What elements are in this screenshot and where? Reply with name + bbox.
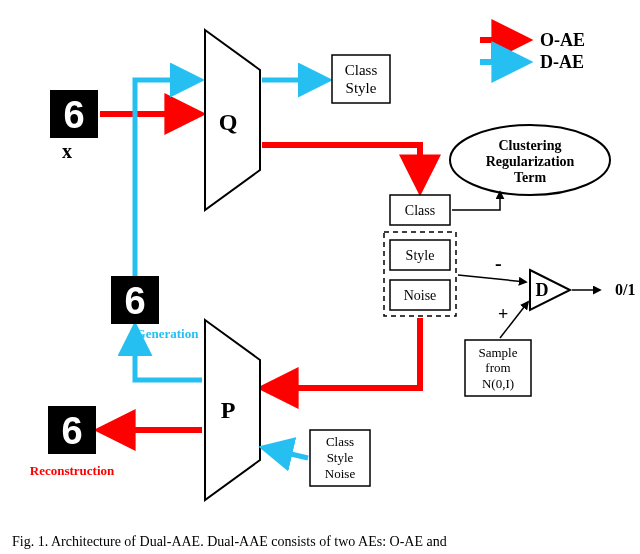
arrow-Q-to-latent: [262, 145, 420, 188]
arrow-latent-to-P: [265, 318, 420, 388]
sample-box: Sample from N(0,I): [465, 340, 531, 396]
P-label: P: [221, 397, 236, 423]
neg-sign: -: [495, 252, 502, 274]
encoder-Q: Q: [205, 30, 260, 210]
generation-image: 6: [111, 276, 159, 324]
p-in-l2: Style: [327, 450, 354, 465]
sample-l2: from: [485, 360, 510, 375]
latent-class: Class: [405, 203, 435, 218]
latent-stack: Class Style Noise: [384, 195, 456, 316]
q-out-top-line2: Style: [346, 80, 377, 96]
svg-text:6: 6: [63, 94, 84, 136]
sample-l3: N(0,I): [482, 376, 514, 391]
svg-text:6: 6: [124, 280, 145, 322]
p-in-l1: Class: [326, 434, 354, 449]
legend-oae-label: O-AE: [540, 30, 585, 50]
pos-sign: +: [498, 304, 508, 324]
Q-label: Q: [219, 109, 238, 135]
D-label: D: [536, 280, 549, 300]
cluster-term-oval: Clustering Regularization Term: [450, 125, 610, 195]
D-output: 0/1: [615, 281, 635, 298]
latent-style: Style: [406, 248, 435, 263]
input-label-x: x: [62, 140, 72, 162]
q-out-top-line1: Class: [345, 62, 378, 78]
q-output-top-box: Class Style: [332, 55, 390, 103]
latent-noise: Noise: [404, 288, 437, 303]
decoder-P: P: [205, 320, 260, 500]
discriminator-D: D: [530, 270, 570, 310]
legend: O-AE D-AE: [480, 30, 585, 72]
reconstruction-label: Reconstruction: [30, 463, 115, 478]
reconstruction-image: 6: [48, 406, 96, 454]
legend-dae-label: D-AE: [540, 52, 584, 72]
sample-l1: Sample: [479, 345, 518, 360]
arrow-pbox-to-P: [265, 448, 308, 458]
cluster-line2: Regularization: [486, 154, 575, 169]
arrow-neg-to-D: [458, 275, 526, 282]
arrow-class-to-cluster: [452, 192, 500, 210]
p-input-bottom-box: Class Style Noise: [310, 430, 370, 486]
cluster-line3: Term: [514, 170, 546, 185]
p-in-l3: Noise: [325, 466, 356, 481]
svg-text:6: 6: [61, 410, 82, 452]
figure-caption: Fig. 1. Architecture of Dual-AAE. Dual-A…: [12, 534, 447, 550]
input-image-x: 6: [50, 90, 98, 138]
generation-label: Generation: [136, 326, 200, 341]
cluster-line1: Clustering: [499, 138, 562, 153]
